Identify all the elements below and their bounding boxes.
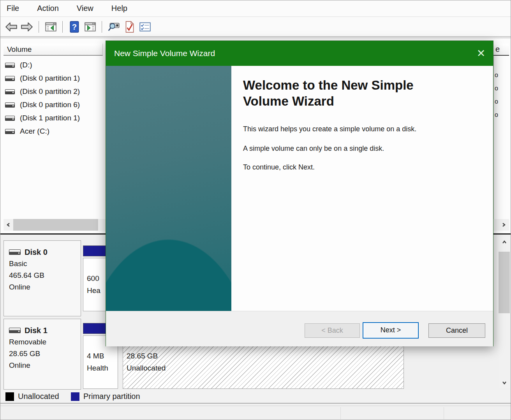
menu-action[interactable]: Action	[31, 0, 65, 16]
scroll-right-icon[interactable]	[499, 219, 508, 231]
wizard-title-bar[interactable]: New Simple Volume Wizard ✕	[106, 41, 493, 66]
clipped-cell-text: o	[495, 85, 498, 92]
disk-capacity: 28.65 GB	[9, 348, 81, 360]
vertical-scrollbar[interactable]	[499, 237, 510, 388]
back-button: < Back	[305, 323, 360, 338]
back-icon[interactable]	[4, 19, 19, 34]
wizard-body: Welcome to the New Simple Volume Wizard …	[106, 66, 493, 311]
scroll-left-icon[interactable]	[4, 219, 13, 231]
volume-column-header[interactable]: Volume	[4, 44, 103, 56]
partition-status: Health	[87, 362, 118, 374]
clipped-cell-text: o	[495, 111, 498, 118]
close-icon[interactable]: ✕	[469, 41, 493, 66]
action-pane-icon[interactable]	[82, 19, 98, 34]
wizard-paragraph: To continue, click Next.	[243, 163, 493, 171]
console-tree-icon[interactable]	[43, 19, 58, 34]
help-icon[interactable]: ?	[67, 19, 82, 34]
status-divider	[444, 407, 444, 419]
primary-partition-swatch	[71, 392, 79, 401]
svg-text:?: ?	[72, 23, 77, 31]
column-grid-line	[493, 56, 494, 220]
toolbar-separator	[62, 21, 63, 33]
disk0-info-panel[interactable]: Disk 0 Basic 465.64 GB Online	[4, 240, 81, 316]
legend-label: Unallocated	[18, 392, 59, 401]
wizard-footer: < Back Next > Cancel	[106, 311, 493, 346]
wizard-title: New Simple Volume Wizard	[114, 49, 215, 58]
wizard-paragraph: This wizard helps you create a simple vo…	[243, 125, 493, 133]
menu-help[interactable]: Help	[105, 0, 134, 16]
disk-name: Disk 0	[25, 246, 48, 258]
wizard-content: Welcome to the New Simple Volume Wizard …	[231, 66, 493, 311]
drive-icon	[5, 129, 15, 134]
disk1-info-panel[interactable]: Disk 1 Removable 28.65 GB Online	[4, 319, 81, 390]
drive-icon	[5, 63, 15, 68]
drive-icon	[5, 102, 15, 108]
toolbar-separator	[102, 21, 102, 33]
unallocated-swatch	[5, 392, 14, 401]
cancel-button[interactable]: Cancel	[428, 323, 485, 338]
legend-unallocated: Unallocated	[5, 392, 59, 401]
volume-label: (D:)	[20, 61, 32, 69]
scroll-down-icon[interactable]	[499, 378, 510, 388]
menu-file[interactable]: File	[0, 0, 25, 16]
disk-name: Disk 1	[25, 325, 48, 336]
volume-label: (Disk 0 partition 2)	[20, 87, 80, 96]
disk-type: Basic	[9, 258, 81, 270]
volume-label: (Disk 1 partition 1)	[20, 114, 80, 122]
menu-view[interactable]: View	[70, 0, 100, 16]
legend-label: Primary partition	[83, 392, 140, 401]
legend-primary-partition: Primary partition	[71, 392, 140, 401]
drive-icon	[5, 89, 15, 94]
disk-type: Removable	[9, 336, 81, 348]
clipped-cell-text: o	[495, 72, 498, 79]
volume-label: (Disk 0 partition 1)	[20, 74, 80, 83]
partition-size: 4 MB	[87, 350, 118, 362]
status-bar	[0, 406, 511, 420]
toolbar-separator	[39, 21, 39, 33]
menu-bar: File Action View Help	[0, 0, 511, 17]
drive-icon	[5, 76, 15, 81]
status-divider	[340, 407, 341, 419]
next-button[interactable]: Next >	[363, 322, 419, 339]
drive-icon	[5, 116, 15, 121]
toolbar: ?	[0, 17, 511, 37]
disk-management-window: File Action View Help	[0, 0, 511, 420]
new-simple-volume-wizard-dialog: New Simple Volume Wizard ✕ Welcome to th…	[106, 41, 493, 346]
partition-status: Unallocated	[127, 362, 404, 374]
wizard-sidebar-art	[106, 66, 231, 311]
wizard-paragraph: A simple volume can only be on a single …	[243, 145, 493, 153]
disk-capacity: 465.64 GB	[9, 270, 81, 281]
legend-bar: Unallocated Primary partition	[0, 390, 511, 404]
horizontal-scroll-thumb[interactable]	[13, 219, 98, 231]
task-list-icon[interactable]	[137, 19, 153, 34]
check-document-icon[interactable]	[122, 19, 137, 34]
disk-icon	[9, 249, 21, 255]
volume-label: (Disk 0 partition 6)	[20, 101, 80, 109]
clipped-cell-text: o	[495, 98, 498, 105]
partition-size: 28.65 GB	[127, 350, 404, 362]
disk-status: Online	[9, 281, 81, 293]
vertical-scroll-thumb[interactable]	[499, 252, 510, 313]
scroll-up-icon[interactable]	[499, 237, 510, 247]
disk-search-icon[interactable]	[106, 19, 122, 34]
volume-label: Acer (C:)	[20, 127, 49, 136]
clipped-column-header[interactable]: e	[492, 44, 509, 56]
wizard-heading: Welcome to the New Simple Volume Wizard	[243, 77, 430, 109]
forward-icon[interactable]	[19, 19, 35, 34]
disk-icon	[9, 328, 21, 333]
disk-status: Online	[9, 360, 81, 371]
